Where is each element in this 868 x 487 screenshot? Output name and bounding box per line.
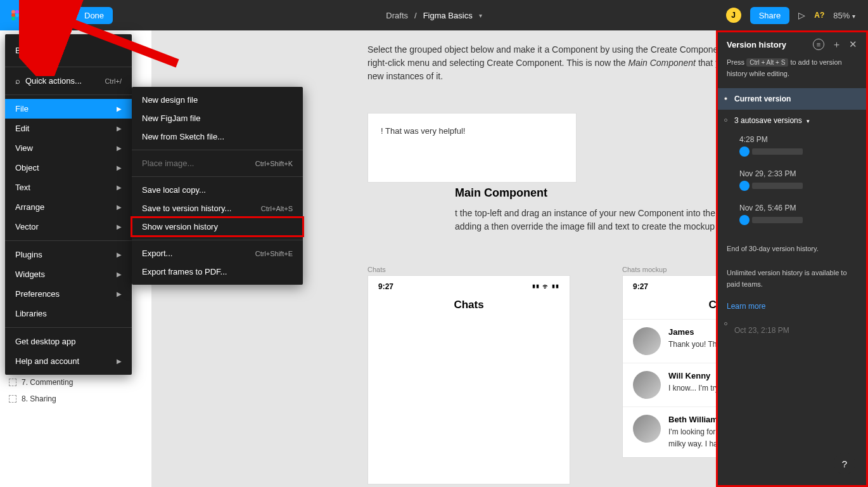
panel-title: Version history — [727, 40, 786, 49]
file-item-new-design-file[interactable]: New design file — [132, 91, 303, 109]
chats-heading: Chats — [368, 294, 570, 319]
section-title: Main Component — [455, 186, 547, 200]
file-item-save-local-copy-[interactable]: Save local copy... — [132, 181, 303, 199]
chat-avatar — [633, 327, 661, 355]
section-text: t the top-left and drag an instance of y… — [455, 207, 716, 233]
filter-icon[interactable]: ≡ — [813, 39, 824, 50]
menu-item-help-and-account[interactable]: Help and account▶ — [5, 351, 132, 371]
version-entry[interactable]: Nov 29, 2:33 PM — [718, 166, 866, 200]
place-image[interactable]: Place image...Ctrl+Shift+K — [132, 154, 303, 172]
file-submenu: New design fileNew FigJam fileNew from S… — [132, 87, 303, 285]
user-avatar-icon — [739, 146, 750, 157]
breadcrumb: Drafts / Figma Basics ▾ — [386, 11, 482, 20]
layer-row[interactable]: 8. Sharing — [0, 391, 133, 407]
close-icon[interactable]: ✕ — [849, 39, 857, 51]
menu-item-preferences[interactable]: Preferences▶ — [5, 284, 132, 304]
chat-avatar — [633, 371, 661, 399]
search-icon: ⌕ — [15, 76, 20, 86]
file-item-new-from-sketch-file-[interactable]: New from Sketch file... — [132, 127, 303, 146]
chat-row[interactable]: JamesThank you! That was very helpful! — [623, 319, 716, 363]
frame-icon — [9, 395, 16, 403]
share-button[interactable]: Share — [750, 7, 790, 24]
svg-point-2 — [11, 13, 15, 17]
file-item-show-version-history[interactable]: Show version history — [132, 218, 303, 236]
chat-row[interactable]: Will KennyI know... I'm trying to get th… — [623, 363, 716, 406]
menu-item-view[interactable]: View▶ — [5, 138, 132, 158]
menu-item-plugins[interactable]: Plugins▶ — [5, 245, 132, 264]
version-history-panel: Version history ≡ ＋ ✕ Press Ctrl + Alt +… — [716, 30, 868, 487]
help-button[interactable]: ? — [834, 453, 855, 474]
layer-row[interactable]: 7. Commenting — [0, 374, 133, 391]
doc-intro: Select the grouped object below and make… — [367, 43, 716, 83]
chats-heading: Chats — [623, 294, 716, 319]
learn-more-link[interactable]: Learn more — [718, 299, 866, 313]
file-item-new-figjam-file[interactable]: New FigJam file — [132, 109, 303, 127]
annotation-arrow — [19, 0, 184, 76]
frame-label[interactable]: Chats — [367, 266, 386, 273]
file-item-export-[interactable]: Export...Ctrl+Shift+E — [132, 244, 303, 263]
chats-frame-empty[interactable]: 9:27▮▮ ᯤ ▮▮ Chats — [367, 275, 570, 484]
main-menu: Back to files ⌕Quick actions... Ctrl+/ F… — [5, 34, 132, 375]
version-hint: Press Ctrl + Alt + S to add to version h… — [718, 57, 866, 88]
svg-point-4 — [11, 16, 15, 20]
svg-point-0 — [11, 10, 15, 14]
file-item-export-frames-to-pdf-[interactable]: Export frames to PDF... — [132, 263, 303, 281]
autosave-group[interactable]: 3 autosave versions ▾ — [718, 110, 866, 131]
example-card[interactable]: ! That was very helpful! — [367, 113, 577, 183]
menu-item-libraries[interactable]: Libraries — [5, 304, 132, 323]
chat-avatar — [633, 415, 661, 443]
version-entry[interactable]: 4:28 PM — [718, 131, 866, 166]
frame-icon — [9, 379, 16, 386]
menu-item-file[interactable]: File▶ — [5, 99, 132, 119]
breadcrumb-parent[interactable]: Drafts — [386, 11, 408, 20]
frame-label[interactable]: Chats mockup — [622, 266, 667, 273]
chat-row[interactable]: Beth WilliamsI'm looking for tips around… — [623, 406, 716, 457]
menu-item-text[interactable]: Text▶ — [5, 178, 132, 197]
status-icons: ▮▮ ᯤ ▮▮ — [532, 282, 559, 291]
history-end-notice: End of 30-day version history. Unlimited… — [718, 234, 866, 299]
plus-icon[interactable]: ＋ — [832, 39, 841, 51]
topbar-right: J Share ▷ A? 85% ▾ — [726, 7, 868, 24]
oldest-version[interactable]: Oct 23, 2:18 PM — [718, 313, 866, 341]
user-avatar-icon — [739, 181, 750, 191]
version-entry[interactable]: Nov 26, 5:46 PM — [718, 200, 866, 234]
chevron-down-icon[interactable]: ▾ — [479, 12, 482, 19]
current-version-row[interactable]: Current version — [718, 88, 866, 110]
menu-item-object[interactable]: Object▶ — [5, 158, 132, 178]
present-icon[interactable]: ▷ — [798, 10, 805, 20]
a11y-badge[interactable]: A? — [814, 11, 824, 20]
menu-item-vector[interactable]: Vector▶ — [5, 217, 132, 237]
breadcrumb-file[interactable]: Figma Basics — [423, 11, 473, 20]
menu-item-get-desktop-app[interactable]: Get desktop app — [5, 332, 132, 351]
menu-item-widgets[interactable]: Widgets▶ — [5, 264, 132, 284]
zoom-level[interactable]: 85% ▾ — [833, 11, 855, 20]
user-avatar-icon — [739, 215, 750, 225]
menu-item-arrange[interactable]: Arrange▶ — [5, 197, 132, 217]
svg-line-6 — [41, 11, 177, 63]
user-avatar[interactable]: J — [726, 8, 741, 23]
chats-frame-mockup[interactable]: 9:27▮▮ ᯤ ▮▮ Chats JamesThank you! That w… — [622, 275, 716, 458]
menu-item-edit[interactable]: Edit▶ — [5, 119, 132, 138]
file-item-save-to-version-history-[interactable]: Save to version history...Ctrl+Alt+S — [132, 199, 303, 218]
